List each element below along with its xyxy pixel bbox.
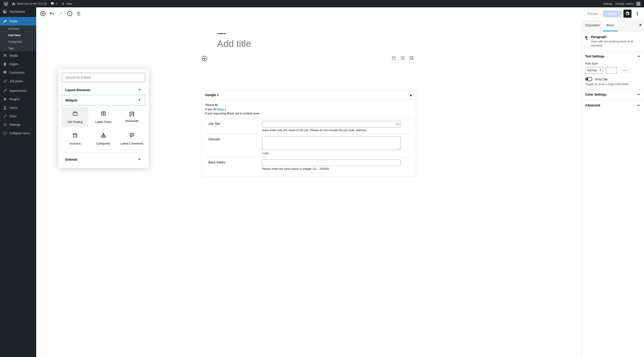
comments-bubble[interactable]: 0 — [48, 0, 59, 7]
new-label: New — [66, 2, 72, 5]
home-icon — [12, 2, 16, 6]
site-name[interactable]: Welcome to the VCCW — [10, 0, 48, 7]
debug-menu[interactable]: Debug — [602, 0, 614, 7]
avatar-icon — [636, 2, 640, 6]
site-name-text: Welcome to the VCCW — [17, 2, 47, 5]
comment-count: 0 — [56, 2, 57, 5]
wordpress-icon — [4, 1, 8, 6]
plus-icon — [61, 2, 65, 6]
wp-logo[interactable] — [2, 0, 10, 7]
comment-icon — [50, 2, 54, 6]
new-content[interactable]: New — [59, 0, 74, 7]
my-account[interactable]: Howdy, admin — [614, 0, 642, 7]
